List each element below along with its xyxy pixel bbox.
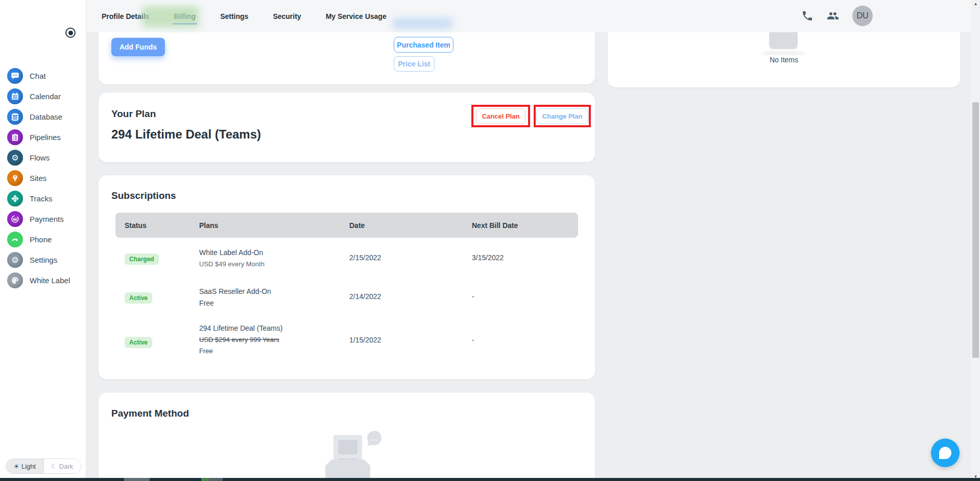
sidebar-item-chat[interactable]: Chat xyxy=(7,68,70,84)
payment-method-card: Payment Method ... xyxy=(99,393,595,481)
next-bill-cell: - xyxy=(472,336,474,344)
status-badge: Active xyxy=(125,292,152,304)
plan-old-price-cell: USD $294 every 999 Years xyxy=(199,336,279,343)
sidebar-label: Tracks xyxy=(30,194,52,203)
scrollbar-thumb[interactable] xyxy=(972,102,979,358)
add-funds-button[interactable]: Add Funds xyxy=(111,38,165,56)
payments-card-icon xyxy=(7,211,23,227)
annotation-box-change: Change Plan xyxy=(534,105,591,127)
payment-method-title: Payment Method xyxy=(111,408,189,419)
settings-gear-icon: ⚙ xyxy=(7,252,23,268)
sidebar-label: White Label xyxy=(30,276,70,285)
chat-launcher-icon xyxy=(939,447,951,459)
date-cell: 1/15/2022 xyxy=(349,336,381,344)
redacted-blur-green xyxy=(142,6,199,28)
phone-icon[interactable] xyxy=(801,10,814,22)
vertical-scrollbar[interactable]: ▲ ▼ xyxy=(971,0,980,481)
plan-price-cell: Free xyxy=(199,299,214,307)
table-row: Active SaaS Reseller Add-On Free 2/14/20… xyxy=(115,286,578,325)
column-status: Status xyxy=(125,221,147,230)
table-row: Charged White Label Add-On USD $49 every… xyxy=(115,247,578,286)
theme-light-button[interactable]: ☀ Light xyxy=(6,459,44,473)
sidebar-item-payments[interactable]: Payments xyxy=(7,211,70,227)
sidebar-label: Database xyxy=(30,112,62,121)
sidebar-item-calendar[interactable]: Calendar xyxy=(7,88,70,104)
app-sidebar: Chat Calendar Database Pipelines ⚙ Flows xyxy=(0,0,86,481)
next-bill-cell: - xyxy=(472,292,474,301)
purchased-item-button[interactable]: Purchased Item xyxy=(394,37,453,53)
moon-icon: ☾ xyxy=(51,463,57,470)
sidebar-item-settings[interactable]: ⚙ Settings xyxy=(7,252,70,268)
plan-price-cell: Free xyxy=(199,347,213,355)
sidebar-label: Calendar xyxy=(30,92,61,101)
sidebar-item-white-label[interactable]: White Label xyxy=(7,272,70,288)
clipboard-icon xyxy=(7,129,23,145)
subscriptions-card: Subscriptions Status Plans Date Next Bil… xyxy=(99,175,595,379)
sidebar-label: Settings xyxy=(30,256,57,264)
column-date: Date xyxy=(349,221,365,230)
plan-name-cell: 294 Lifetime Deal (Teams) xyxy=(199,324,282,332)
calendar-icon xyxy=(7,88,23,104)
sidebar-label: Payments xyxy=(30,215,64,223)
subscriptions-title: Subscriptions xyxy=(111,190,176,201)
your-plan-card: Your Plan 294 Lifetime Deal (Teams) Canc… xyxy=(99,93,595,162)
sidebar-collapse-toggle-icon[interactable] xyxy=(65,28,76,38)
sun-icon: ☀ xyxy=(13,463,19,470)
sidebar-label: Pipelines xyxy=(30,133,61,142)
date-cell: 2/15/2022 xyxy=(349,254,381,262)
status-badge: Charged xyxy=(125,254,159,265)
tab-security[interactable]: Security xyxy=(273,12,301,20)
cancel-plan-button[interactable]: Cancel Plan xyxy=(476,108,526,124)
move-arrows-icon xyxy=(7,191,23,207)
scroll-up-arrow-icon[interactable]: ▲ xyxy=(971,2,980,6)
gear-icon: ⚙ xyxy=(7,150,23,166)
tab-settings[interactable]: Settings xyxy=(220,12,248,20)
sidebar-item-database[interactable]: Database xyxy=(7,109,70,125)
theme-light-label: Light xyxy=(21,463,36,470)
tray-shadow xyxy=(761,51,807,55)
chat-dots-icon: ... xyxy=(367,431,381,445)
theme-dark-button[interactable]: ☾ Dark xyxy=(44,459,81,473)
user-avatar[interactable]: DU xyxy=(852,6,873,26)
plan-name-cell: SaaS Reseller Add-On xyxy=(199,287,271,295)
tab-my-service-usage[interactable]: My Service Usage xyxy=(326,12,387,20)
theme-toggle: ☀ Light ☾ Dark xyxy=(6,459,81,474)
date-cell: 2/14/2022 xyxy=(349,292,381,301)
progress-segment xyxy=(124,478,150,481)
lightbulb-icon xyxy=(7,170,23,186)
redacted-blur-blue xyxy=(393,18,452,29)
database-icon xyxy=(7,109,23,125)
current-plan-name: 294 Lifetime Deal (Teams) xyxy=(111,127,261,142)
sidebar-item-tracks[interactable]: Tracks xyxy=(7,191,70,207)
annotation-box-cancel: Cancel Plan xyxy=(471,105,530,127)
plan-price-cell: USD $49 every Month xyxy=(199,260,265,268)
table-row: Active 294 Lifetime Deal (Teams) USD $29… xyxy=(115,321,578,370)
contacts-icon[interactable] xyxy=(827,10,839,22)
change-plan-button[interactable]: Change Plan xyxy=(536,108,589,124)
no-items-text: No Items xyxy=(608,56,960,64)
sidebar-label: Sites xyxy=(30,174,46,182)
chat-launcher-button[interactable] xyxy=(931,439,960,467)
plan-name-cell: White Label Add-On xyxy=(199,248,263,257)
palette-brush-icon xyxy=(7,272,23,288)
phone-handset-icon xyxy=(7,232,23,247)
next-bill-cell: 3/15/2022 xyxy=(472,254,504,262)
sidebar-item-flows[interactable]: ⚙ Flows xyxy=(7,150,70,166)
table-header-row: Status Plans Date Next Bill Date xyxy=(115,213,578,238)
empty-payment-illustration: ... xyxy=(318,431,385,481)
chat-bubble-icon xyxy=(7,68,23,84)
sidebar-item-phone[interactable]: Phone xyxy=(7,232,70,247)
sidebar-item-sites[interactable]: Sites xyxy=(7,170,70,186)
sidebar-label: Phone xyxy=(30,235,52,244)
status-badge: Active xyxy=(125,337,152,348)
price-list-button[interactable]: Price List xyxy=(394,56,435,72)
column-next-bill-date: Next Bill Date xyxy=(472,221,518,230)
theme-dark-label: Dark xyxy=(59,463,73,470)
column-plans: Plans xyxy=(199,221,218,230)
sidebar-label: Chat xyxy=(30,72,46,80)
your-plan-title: Your Plan xyxy=(111,108,156,120)
progress-segment xyxy=(201,478,209,481)
sidebar-label: Flows xyxy=(30,153,50,162)
bottom-progress-bar xyxy=(0,478,980,481)
sidebar-item-pipelines[interactable]: Pipelines xyxy=(7,129,70,145)
